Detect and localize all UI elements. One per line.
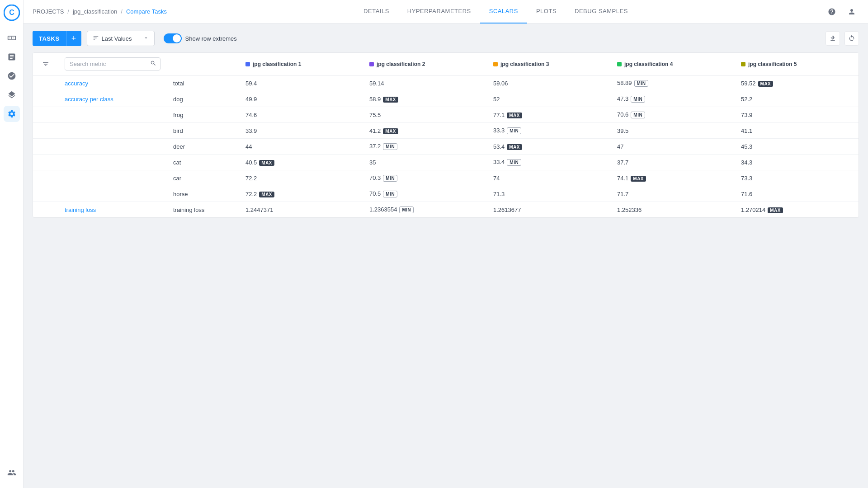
row-group-label[interactable]: accuracy per class	[58, 91, 167, 107]
max-badge: MAX	[631, 176, 646, 182]
col-label-4: jpg classification 4	[624, 61, 673, 67]
row-value-cell: 58.9MAX	[363, 91, 487, 107]
row-value-cell: 77.1MAX	[487, 107, 611, 123]
user-icon-button[interactable]	[844, 5, 859, 19]
min-badge: MIN	[631, 96, 645, 103]
table-row: frog74.675.577.1MAX70.6MIN73.9	[33, 107, 859, 123]
row-value-cell: 44	[239, 139, 363, 155]
row-submetric: frog	[167, 107, 239, 123]
tab-debug-samples[interactable]: DEBUG SAMPLES	[566, 0, 637, 23]
max-badge: MAX	[383, 97, 398, 103]
row-group-label[interactable]: accuracy	[58, 75, 167, 91]
sidebar-icon-models[interactable]	[4, 68, 20, 84]
tab-details[interactable]: DETAILS	[354, 0, 398, 23]
row-filter-cell	[33, 170, 58, 186]
row-filter-cell	[33, 107, 58, 123]
download-button[interactable]	[826, 31, 840, 46]
table-row: accuracytotal59.459.1459.0658.89MIN59.52…	[33, 75, 859, 91]
row-value-cell: 71.6	[735, 186, 859, 202]
col-dot-2	[369, 62, 374, 66]
sidebar-icon-layers[interactable]	[4, 87, 20, 103]
row-submetric: deer	[167, 139, 239, 155]
top-navigation: PROJECTS / jpg_classification / Compare …	[24, 0, 868, 23]
row-filter-cell	[33, 202, 58, 218]
tab-scalars[interactable]: SCALARS	[480, 0, 527, 23]
tab-hyperparameters[interactable]: HYPERPARAMETERS	[398, 0, 480, 23]
row-submetric: car	[167, 170, 239, 186]
filter-icon[interactable]	[39, 58, 52, 70]
search-submit-button[interactable]	[146, 58, 160, 70]
row-value-cell: 70.3MIN	[363, 170, 487, 186]
col-label-2: jpg classification 2	[377, 61, 425, 67]
sidebar-icon-experiments[interactable]	[4, 49, 20, 65]
search-metric-input[interactable]	[65, 58, 146, 70]
row-value-cell: 52.2	[735, 91, 859, 107]
row-group-label	[58, 170, 167, 186]
help-icon-button[interactable]	[825, 5, 839, 19]
search-metric-wrapper	[65, 57, 160, 70]
sidebar-icon-settings[interactable]	[4, 106, 20, 122]
max-badge: MAX	[383, 128, 398, 134]
row-value-cell: 1.252336	[611, 202, 735, 218]
table-row: training losstraining loss1.24473711.236…	[33, 202, 859, 218]
row-group-label	[58, 155, 167, 170]
min-badge: MIN	[383, 191, 397, 197]
row-value-cell: 59.52MAX	[735, 75, 859, 91]
row-value-cell: 70.5MIN	[363, 186, 487, 202]
row-filter-cell	[33, 186, 58, 202]
row-value-cell: 71.3	[487, 186, 611, 202]
metric-group-link[interactable]: accuracy	[65, 80, 88, 87]
row-value-cell: 59.14	[363, 75, 487, 91]
row-value-cell: 35	[363, 155, 487, 170]
row-group-label	[58, 107, 167, 123]
row-group-label[interactable]: training loss	[58, 202, 167, 218]
min-badge: MIN	[383, 175, 397, 182]
max-badge: MAX	[259, 192, 274, 197]
metric-group-link[interactable]: training loss	[65, 206, 96, 213]
main-content: PROJECTS / jpg_classification / Compare …	[24, 0, 868, 488]
row-value-cell: 59.4	[239, 75, 363, 91]
min-badge: MIN	[399, 206, 414, 213]
table-row: deer4437.2MIN53.4MAX4745.3	[33, 139, 859, 155]
column-header-jpg-classification-1: jpg classification 1	[239, 53, 363, 75]
min-badge: MIN	[631, 112, 645, 118]
breadcrumb-projects[interactable]: PROJECTS	[33, 8, 64, 15]
max-badge: MAX	[507, 144, 522, 150]
row-value-cell: 1.270214MAX	[735, 202, 859, 218]
row-value-cell: 40.5MAX	[239, 155, 363, 170]
row-submetric: dog	[167, 91, 239, 107]
dropdown-icon	[93, 35, 99, 42]
sidebar-icon-pipelines[interactable]	[4, 30, 20, 46]
table-row: bird33.941.2MAX33.3MIN39.541.1	[33, 123, 859, 139]
last-values-dropdown[interactable]: Last Values	[87, 31, 155, 46]
row-value-cell: 74	[487, 170, 611, 186]
row-group-label	[58, 186, 167, 202]
show-row-extremes-toggle[interactable]	[164, 33, 182, 43]
max-badge: MAX	[507, 113, 522, 118]
refresh-button[interactable]	[844, 31, 859, 46]
tab-plots[interactable]: PLOTS	[527, 0, 566, 23]
min-badge: MIN	[507, 127, 521, 134]
tasks-button[interactable]: TASKS +	[33, 31, 81, 46]
max-badge: MAX	[259, 160, 274, 166]
metric-group-link[interactable]: accuracy per class	[65, 96, 113, 103]
row-value-cell: 47.3MIN	[611, 91, 735, 107]
row-group-label	[58, 139, 167, 155]
breadcrumb-jpg-classification[interactable]: jpg_classification	[73, 8, 117, 15]
col-dot-4	[617, 62, 622, 66]
table-row: horse72.2MAX70.5MIN71.371.771.6	[33, 186, 859, 202]
row-filter-cell	[33, 155, 58, 170]
row-submetric: cat	[167, 155, 239, 170]
row-filter-cell	[33, 75, 58, 91]
row-value-cell: 59.06	[487, 75, 611, 91]
row-value-cell: 33.4MIN	[487, 155, 611, 170]
max-badge: MAX	[768, 207, 783, 213]
app-logo[interactable]: C	[4, 5, 20, 21]
tasks-label: TASKS	[33, 35, 66, 42]
table-row: accuracy per classdog49.958.9MAX5247.3MI…	[33, 91, 859, 107]
col-dot-3	[493, 62, 498, 66]
sidebar: C	[0, 0, 24, 488]
col-label-5: jpg classification 5	[748, 61, 797, 67]
add-task-button[interactable]: +	[66, 31, 81, 46]
sidebar-icon-connections[interactable]	[4, 465, 20, 481]
